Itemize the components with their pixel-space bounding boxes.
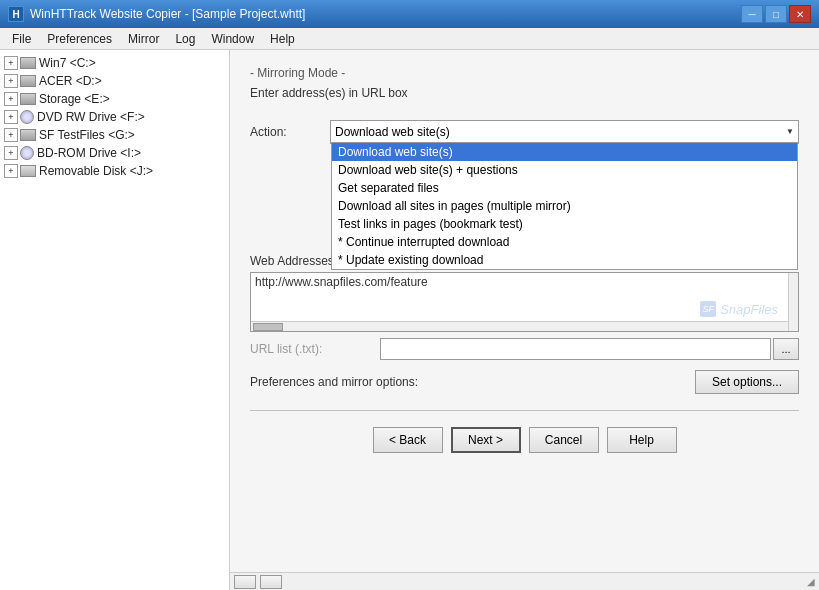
browse-button[interactable]: ... xyxy=(773,338,799,360)
action-selected-text: Download web site(s) xyxy=(335,125,450,139)
status-btn-1[interactable] xyxy=(234,575,256,589)
dropdown-option-5[interactable]: * Continue interrupted download xyxy=(332,233,797,251)
snapfiles-watermark: SF SnapFiles xyxy=(700,301,778,317)
sidebar-label-removable: Removable Disk <J:> xyxy=(39,164,153,178)
dropdown-option-2[interactable]: Get separated files xyxy=(332,179,797,197)
drive-icon-removable xyxy=(20,165,36,177)
drive-icon-sf xyxy=(20,129,36,141)
mode-desc: Enter address(es) in URL box xyxy=(250,86,799,100)
drive-icon-bdrom xyxy=(20,146,34,160)
url-content: http://www.snapfiles.com/feature xyxy=(251,273,798,291)
sidebar-label-dvd: DVD RW Drive <F:> xyxy=(37,110,145,124)
scroll-thumb-h[interactable] xyxy=(253,323,283,331)
sidebar-item-removable[interactable]: + Removable Disk <J:> xyxy=(0,162,229,180)
action-dropdown-list: Download web site(s) Download web site(s… xyxy=(331,143,798,270)
url-scrollbar-horizontal[interactable] xyxy=(251,321,788,331)
menu-preferences[interactable]: Preferences xyxy=(39,30,120,48)
preferences-row: Preferences and mirror options: Set opti… xyxy=(250,370,799,394)
preferences-label: Preferences and mirror options: xyxy=(250,375,695,389)
menu-log[interactable]: Log xyxy=(167,30,203,48)
dropdown-option-4[interactable]: Test links in pages (bookmark test) xyxy=(332,215,797,233)
status-bar: ◢ xyxy=(230,572,819,590)
menu-file[interactable]: File xyxy=(4,30,39,48)
next-button[interactable]: Next > xyxy=(451,427,521,453)
drive-icon-hdd2 xyxy=(20,75,36,87)
url-list-label: URL list (.txt): xyxy=(250,342,380,356)
url-scroll-area: http://www.snapfiles.com/feature SF Snap… xyxy=(250,272,799,332)
sidebar-item-storage[interactable]: + Storage <E:> xyxy=(0,90,229,108)
maximize-button[interactable]: □ xyxy=(765,5,787,23)
dropdown-option-1[interactable]: Download web site(s) + questions xyxy=(332,161,797,179)
app-icon: H xyxy=(8,6,24,22)
menu-help[interactable]: Help xyxy=(262,30,303,48)
sidebar: + Win7 <C:> + ACER <D:> + Storage <E:> +… xyxy=(0,50,230,590)
title-bar: H WinHTTrack Website Copier - [Sample Pr… xyxy=(0,0,819,28)
expand-icon[interactable]: + xyxy=(4,128,18,142)
url-list-row: URL list (.txt): ... xyxy=(250,338,799,360)
content-area: - Mirroring Mode - Enter address(es) in … xyxy=(230,50,819,590)
dropdown-option-6[interactable]: * Update existing download xyxy=(332,251,797,269)
snapfiles-logo: SF xyxy=(700,301,716,317)
bottom-buttons: < Back Next > Cancel Help xyxy=(250,427,799,453)
sidebar-label-storage: Storage <E:> xyxy=(39,92,110,106)
drive-icon-dvd xyxy=(20,110,34,124)
action-row: Action: Download web site(s) ▼ Download … xyxy=(250,120,799,144)
expand-icon[interactable]: + xyxy=(4,146,18,160)
menu-mirror[interactable]: Mirror xyxy=(120,30,167,48)
sidebar-item-sf[interactable]: + SF TestFiles <G:> xyxy=(0,126,229,144)
resize-grip: ◢ xyxy=(807,576,815,587)
menu-window[interactable]: Window xyxy=(203,30,262,48)
menu-bar: File Preferences Mirror Log Window Help xyxy=(0,28,819,50)
sidebar-label-bdrom: BD-ROM Drive <I:> xyxy=(37,146,141,160)
url-list-input[interactable] xyxy=(380,338,771,360)
sidebar-item-dvd[interactable]: + DVD RW Drive <F:> xyxy=(0,108,229,126)
action-label: Action: xyxy=(250,125,330,139)
help-button[interactable]: Help xyxy=(607,427,677,453)
url-scrollbar-vertical[interactable] xyxy=(788,273,798,331)
separator xyxy=(250,410,799,411)
main-layout: + Win7 <C:> + ACER <D:> + Storage <E:> +… xyxy=(0,50,819,590)
action-dropdown[interactable]: Download web site(s) ▼ Download web site… xyxy=(330,120,799,144)
cancel-button[interactable]: Cancel xyxy=(529,427,599,453)
status-btn-2[interactable] xyxy=(260,575,282,589)
expand-icon[interactable]: + xyxy=(4,56,18,70)
sidebar-item-acer[interactable]: + ACER <D:> xyxy=(0,72,229,90)
sidebar-item-bdrom[interactable]: + BD-ROM Drive <I:> xyxy=(0,144,229,162)
url-value: http://www.snapfiles.com/feature xyxy=(255,275,794,289)
expand-icon[interactable]: + xyxy=(4,92,18,106)
dropdown-option-0[interactable]: Download web site(s) xyxy=(332,143,797,161)
drive-icon-storage xyxy=(20,93,36,105)
mode-title: - Mirroring Mode - xyxy=(250,66,799,80)
title-bar-text: WinHTTrack Website Copier - [Sample Proj… xyxy=(30,7,741,21)
watermark-text: SnapFiles xyxy=(720,302,778,317)
minimize-button[interactable]: ─ xyxy=(741,5,763,23)
dropdown-arrow-icon: ▼ xyxy=(786,127,794,136)
back-button[interactable]: < Back xyxy=(373,427,443,453)
set-options-button[interactable]: Set options... xyxy=(695,370,799,394)
dropdown-option-3[interactable]: Download all sites in pages (multiple mi… xyxy=(332,197,797,215)
sidebar-item-win7[interactable]: + Win7 <C:> xyxy=(0,54,229,72)
sidebar-label-win7: Win7 <C:> xyxy=(39,56,96,70)
action-selected-display[interactable]: Download web site(s) ▼ xyxy=(331,121,798,143)
expand-icon[interactable]: + xyxy=(4,110,18,124)
action-dropdown-wrapper: Download web site(s) ▼ Download web site… xyxy=(330,120,799,144)
drive-icon-hdd xyxy=(20,57,36,69)
sidebar-label-acer: ACER <D:> xyxy=(39,74,102,88)
sidebar-label-sf: SF TestFiles <G:> xyxy=(39,128,135,142)
expand-icon[interactable]: + xyxy=(4,164,18,178)
title-bar-controls: ─ □ ✕ xyxy=(741,5,811,23)
expand-icon[interactable]: + xyxy=(4,74,18,88)
close-button[interactable]: ✕ xyxy=(789,5,811,23)
